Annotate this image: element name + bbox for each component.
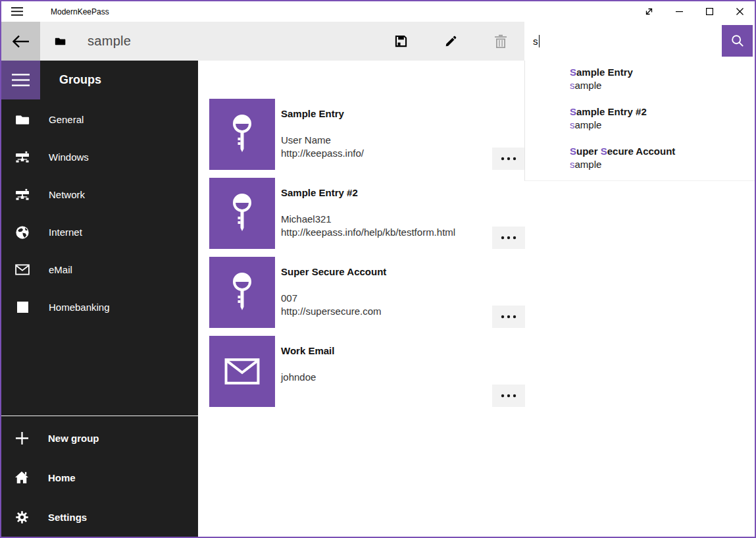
minimize-button[interactable]: [664, 1, 694, 22]
database-title: sample: [88, 34, 131, 49]
entry-tile[interactable]: [209, 336, 275, 407]
groups-heading: Groups: [59, 73, 101, 87]
sidebar-item-settings[interactable]: Settings: [1, 497, 198, 537]
ellipsis-icon: [500, 394, 517, 398]
sidebar-item-label: Home: [48, 472, 76, 483]
sidebar-item-label: Network: [49, 189, 85, 200]
more-button[interactable]: [492, 385, 525, 407]
entry-url: http://keepass.info/: [281, 148, 364, 159]
nav-hamburger-button[interactable]: [1, 61, 40, 99]
sidebar-item-general[interactable]: General: [1, 101, 198, 138]
entry-row[interactable]: Sample Entry #2 Michael321 http://keepas…: [209, 178, 525, 249]
entry-tile[interactable]: [209, 257, 275, 328]
back-arrow-icon: [13, 35, 30, 48]
ellipsis-icon: [500, 157, 517, 161]
back-button[interactable]: [1, 22, 40, 61]
edit-button[interactable]: [435, 22, 466, 61]
sidebar-item-network[interactable]: Network: [1, 176, 198, 213]
suggestion-title: Sample Entry: [570, 66, 755, 79]
entry-username: User Name: [281, 134, 331, 146]
entry-info: Work Email johndoe: [281, 336, 492, 407]
minimize-icon: [676, 8, 683, 15]
sidebar-item-label: eMail: [49, 264, 72, 275]
search-input[interactable]: s: [533, 35, 540, 47]
entry-title: Super Secure Account: [281, 266, 386, 277]
search-suggestions: Sample Entry sample Sample Entry #2 samp…: [524, 61, 755, 181]
fullscreen-button[interactable]: [634, 1, 664, 22]
entry-username: 007: [281, 292, 297, 304]
trash-icon: [494, 34, 507, 49]
edit-pencil-icon: [443, 34, 458, 49]
sidebar-item-label: New group: [48, 433, 99, 444]
sidebar-item-windows[interactable]: Windows: [1, 138, 198, 176]
ellipsis-icon: [500, 315, 517, 319]
entry-username: Michael321: [281, 213, 332, 225]
sidebar-divider: [1, 416, 198, 416]
sidebar-item-homebanking[interactable]: Homebanking: [1, 288, 198, 326]
entry-info: Super Secure Account 007 http://supersec…: [281, 257, 492, 328]
key-icon: [230, 193, 254, 234]
network-icon: [15, 151, 30, 164]
entry-row[interactable]: Sample Entry User Name http://keepass.in…: [209, 99, 525, 170]
entry-title: Sample Entry: [281, 108, 344, 119]
folder-icon: [55, 37, 66, 45]
suggestion-item[interactable]: Sample Entry sample: [570, 66, 755, 105]
close-button[interactable]: [724, 1, 755, 22]
diagonal-resize-icon: [645, 7, 653, 16]
folder-icon: [15, 114, 30, 125]
network-icon: [15, 188, 30, 202]
app-window: ModernKeePass sample: [0, 0, 756, 538]
sidebar-item-label: Windows: [49, 151, 89, 163]
more-button[interactable]: [492, 306, 525, 328]
gear-icon: [14, 510, 30, 524]
sidebar-item-label: General: [49, 114, 84, 125]
plus-icon: [14, 431, 30, 445]
sidebar-item-label: Internet: [49, 227, 82, 238]
home-icon: [14, 471, 30, 484]
search-box: s: [524, 22, 755, 61]
suggestion-title: Super Secure Account: [570, 145, 755, 158]
entry-title: Sample Entry #2: [281, 187, 358, 198]
mail-icon: [15, 264, 30, 275]
maximize-button[interactable]: [694, 1, 724, 22]
entry-row[interactable]: Super Secure Account 007 http://supersec…: [209, 257, 525, 328]
suggestion-title: Sample Entry #2: [570, 105, 755, 119]
key-icon: [230, 272, 254, 313]
suggestion-subtitle: sample: [570, 79, 755, 92]
suggestion-item[interactable]: Sample Entry #2 sample: [570, 105, 755, 145]
sidebar-item-new-group[interactable]: New group: [1, 418, 198, 458]
delete-button[interactable]: [485, 22, 517, 61]
more-button[interactable]: [492, 148, 525, 170]
key-icon: [230, 114, 254, 155]
sidebar-item-internet[interactable]: Internet: [1, 213, 198, 251]
suggestion-subtitle: sample: [570, 158, 755, 171]
group-list: General Windows Network: [1, 101, 198, 326]
sidebar-item-label: Settings: [48, 512, 87, 523]
sidebar-item-email[interactable]: eMail: [1, 251, 198, 288]
hamburger-icon[interactable]: [6, 1, 28, 22]
save-icon: [393, 34, 409, 49]
mail-icon: [224, 358, 260, 385]
entry-username: johndoe: [281, 371, 316, 383]
sidebar-spacer: [1, 326, 198, 416]
hamburger-icon: [12, 74, 30, 86]
entry-list: Sample Entry User Name http://keepass.in…: [209, 99, 525, 415]
app-title: ModernKeePass: [51, 7, 109, 16]
more-button[interactable]: [492, 227, 525, 249]
suggestion-subtitle: sample: [570, 119, 755, 132]
entry-tile[interactable]: [209, 178, 275, 249]
entry-info: Sample Entry User Name http://keepass.in…: [281, 99, 492, 170]
entry-tile[interactable]: [209, 99, 275, 170]
entry-row[interactable]: Work Email johndoe: [209, 336, 525, 407]
save-button[interactable]: [385, 22, 416, 61]
search-button[interactable]: [722, 25, 753, 57]
titlebar: ModernKeePass: [1, 1, 755, 22]
sidebar-item-home[interactable]: Home: [1, 458, 198, 497]
close-icon: [736, 8, 743, 15]
magnifier-icon: [731, 34, 744, 47]
entry-url: http://keepass.info/help/kb/testform.htm…: [281, 227, 455, 238]
sidebar: Groups General Windows: [1, 61, 198, 537]
sidebar-item-label: Homebanking: [49, 302, 110, 313]
square-icon: [15, 302, 30, 313]
suggestion-item[interactable]: Super Secure Account sample: [570, 145, 755, 184]
